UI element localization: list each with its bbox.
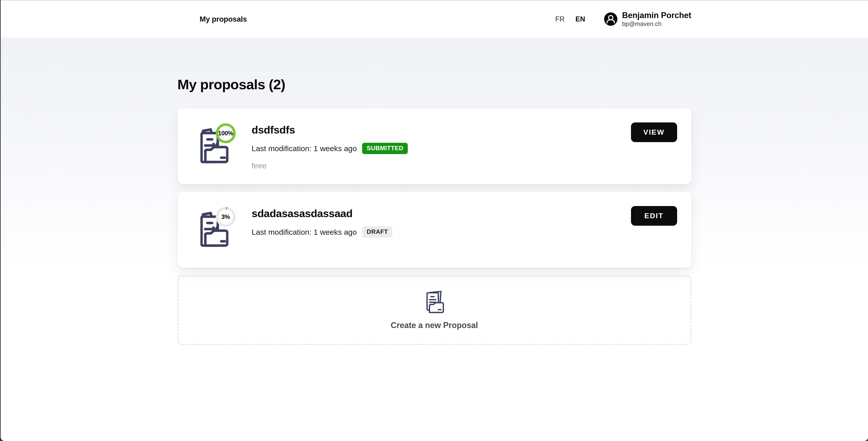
view-button[interactable]: VIEW	[631, 123, 677, 142]
proposal-card-dsdfsdfs: 100% dsdfsdfs Last modification: 1 weeks…	[178, 108, 691, 184]
main-area: My proposals (2) 100%	[1, 37, 868, 440]
proposal-description: feee	[252, 161, 408, 170]
nav-my-proposals[interactable]: My proposals	[200, 15, 247, 24]
app-window: My proposals FR EN Benjamin Porchet bp@m…	[1, 0, 868, 441]
proposal-title: sdadasasasdassaad	[252, 207, 393, 219]
progress-percent: 100%	[218, 130, 233, 137]
create-proposal-icon	[424, 290, 445, 314]
status-badge-draft: DRAFT	[362, 226, 393, 238]
user-avatar-icon	[604, 12, 617, 26]
proposal-title: dsdfsdfs	[252, 124, 408, 136]
lang-en[interactable]: EN	[575, 15, 585, 23]
lang-fr[interactable]: FR	[555, 15, 564, 23]
user-email: bp@maven.ch	[622, 20, 691, 28]
user-avatar[interactable]	[604, 12, 617, 26]
create-proposal-label: Create a new Proposal	[391, 320, 478, 330]
create-proposal-box[interactable]: Create a new Proposal	[178, 275, 691, 345]
progress-ring: 3%	[216, 207, 236, 227]
last-modification-text: Last modification: 1 weeks ago	[252, 228, 357, 237]
status-badge-submitted: SUBMITTED	[362, 143, 408, 154]
user-name: Benjamin Porchet	[622, 10, 691, 20]
user-info[interactable]: Benjamin Porchet bp@maven.ch	[622, 10, 691, 28]
language-switcher: FR EN	[555, 15, 585, 23]
progress-percent: 3%	[221, 213, 230, 220]
page-title: My proposals (2)	[178, 37, 691, 92]
proposal-card-sdadasasasdassaad: 3% sdadasasasdassaad Last modification: …	[178, 192, 691, 268]
edit-button[interactable]: EDIT	[631, 206, 677, 226]
top-header: My proposals FR EN Benjamin Porchet bp@m…	[1, 1, 868, 37]
progress-ring: 100%	[216, 123, 236, 143]
last-modification-text: Last modification: 1 weeks ago	[252, 144, 357, 153]
proposal-description	[252, 245, 393, 245]
